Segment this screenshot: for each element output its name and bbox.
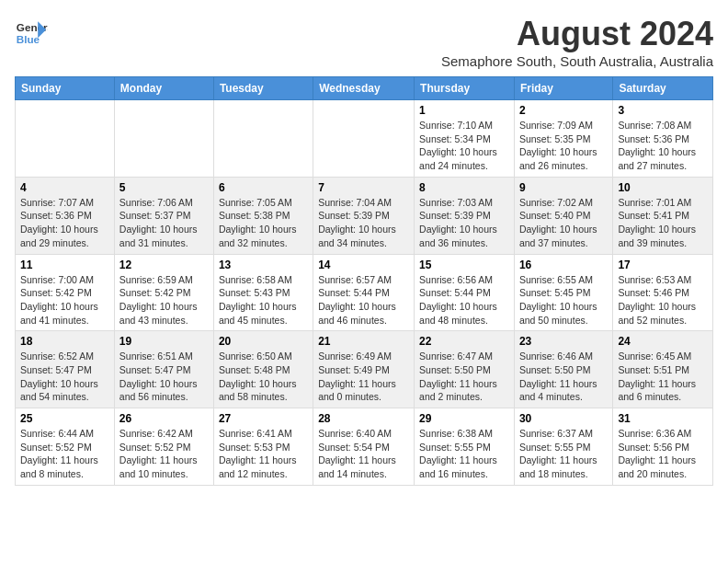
day-info: Sunrise: 6:57 AMSunset: 5:44 PMDaylight:… [318, 273, 409, 327]
calendar-cell: 27Sunrise: 6:41 AMSunset: 5:53 PMDayligh… [213, 408, 313, 486]
calendar-cell: 6Sunrise: 7:05 AMSunset: 5:38 PMDaylight… [213, 177, 313, 254]
day-number: 19 [119, 335, 209, 348]
day-info: Sunrise: 6:45 AMSunset: 5:51 PMDaylight:… [618, 350, 708, 404]
day-number: 16 [519, 259, 608, 271]
calendar-cell [16, 100, 115, 178]
weekday-header: Saturday [613, 77, 713, 100]
weekday-header: Monday [114, 77, 213, 100]
calendar-cell: 14Sunrise: 6:57 AMSunset: 5:44 PMDayligh… [313, 254, 415, 331]
day-number: 17 [618, 259, 708, 271]
calendar-week-row: 25Sunrise: 6:44 AMSunset: 5:52 PMDayligh… [16, 408, 713, 486]
day-number: 18 [20, 335, 109, 348]
calendar-cell [313, 100, 415, 178]
day-number: 26 [119, 412, 209, 425]
page-header: General Blue August 2024 Semaphore South… [15, 15, 713, 69]
calendar-cell: 17Sunrise: 6:53 AMSunset: 5:46 PMDayligh… [613, 254, 713, 331]
calendar-body: 1Sunrise: 7:10 AMSunset: 5:34 PMDaylight… [16, 100, 713, 486]
day-info: Sunrise: 6:52 AMSunset: 5:47 PMDaylight:… [20, 350, 109, 404]
calendar-cell: 4Sunrise: 7:07 AMSunset: 5:36 PMDaylight… [16, 177, 115, 254]
calendar-cell: 11Sunrise: 7:00 AMSunset: 5:42 PMDayligh… [16, 254, 115, 331]
calendar-cell: 29Sunrise: 6:38 AMSunset: 5:55 PMDayligh… [415, 408, 515, 486]
day-number: 12 [119, 259, 209, 271]
logo: General Blue [15, 15, 48, 48]
day-number: 30 [519, 412, 608, 425]
day-info: Sunrise: 7:07 AMSunset: 5:36 PMDaylight:… [20, 196, 109, 250]
day-number: 27 [219, 412, 308, 425]
day-info: Sunrise: 6:37 AMSunset: 5:55 PMDaylight:… [519, 427, 608, 481]
day-info: Sunrise: 6:47 AMSunset: 5:50 PMDaylight:… [419, 350, 509, 404]
weekday-header-row: SundayMondayTuesdayWednesdayThursdayFrid… [16, 77, 713, 100]
calendar-cell: 30Sunrise: 6:37 AMSunset: 5:55 PMDayligh… [514, 408, 612, 486]
day-info: Sunrise: 6:50 AMSunset: 5:48 PMDaylight:… [219, 350, 308, 404]
calendar-cell: 25Sunrise: 6:44 AMSunset: 5:52 PMDayligh… [16, 408, 115, 486]
logo-icon: General Blue [15, 15, 48, 48]
day-number: 15 [419, 259, 509, 271]
calendar-cell: 3Sunrise: 7:08 AMSunset: 5:36 PMDaylight… [613, 100, 713, 178]
calendar-cell: 28Sunrise: 6:40 AMSunset: 5:54 PMDayligh… [313, 408, 415, 486]
day-info: Sunrise: 7:03 AMSunset: 5:39 PMDaylight:… [419, 196, 509, 250]
day-number: 23 [519, 335, 608, 348]
calendar-cell: 2Sunrise: 7:09 AMSunset: 5:35 PMDaylight… [514, 100, 612, 178]
calendar-cell: 15Sunrise: 6:56 AMSunset: 5:44 PMDayligh… [415, 254, 515, 331]
day-info: Sunrise: 6:42 AMSunset: 5:52 PMDaylight:… [119, 427, 209, 481]
day-info: Sunrise: 6:53 AMSunset: 5:46 PMDaylight:… [618, 273, 708, 327]
day-info: Sunrise: 6:49 AMSunset: 5:49 PMDaylight:… [318, 350, 409, 404]
day-info: Sunrise: 6:55 AMSunset: 5:45 PMDaylight:… [519, 273, 608, 327]
calendar-cell: 16Sunrise: 6:55 AMSunset: 5:45 PMDayligh… [514, 254, 612, 331]
calendar-cell: 23Sunrise: 6:46 AMSunset: 5:50 PMDayligh… [514, 331, 612, 408]
day-info: Sunrise: 6:36 AMSunset: 5:56 PMDaylight:… [618, 427, 708, 481]
calendar-week-row: 4Sunrise: 7:07 AMSunset: 5:36 PMDaylight… [16, 177, 713, 254]
day-number: 13 [219, 259, 308, 271]
day-info: Sunrise: 6:41 AMSunset: 5:53 PMDaylight:… [219, 427, 308, 481]
calendar-cell: 20Sunrise: 6:50 AMSunset: 5:48 PMDayligh… [213, 331, 313, 408]
day-number: 6 [219, 181, 308, 194]
day-number: 29 [419, 412, 509, 425]
day-number: 21 [318, 335, 409, 348]
weekday-header: Tuesday [213, 77, 313, 100]
day-info: Sunrise: 6:46 AMSunset: 5:50 PMDaylight:… [519, 350, 608, 404]
day-info: Sunrise: 7:00 AMSunset: 5:42 PMDaylight:… [20, 273, 109, 327]
day-number: 22 [419, 335, 509, 348]
calendar-cell: 22Sunrise: 6:47 AMSunset: 5:50 PMDayligh… [415, 331, 515, 408]
day-info: Sunrise: 7:06 AMSunset: 5:37 PMDaylight:… [119, 196, 209, 250]
day-info: Sunrise: 6:44 AMSunset: 5:52 PMDaylight:… [20, 427, 109, 481]
day-number: 28 [318, 412, 409, 425]
calendar-cell: 13Sunrise: 6:58 AMSunset: 5:43 PMDayligh… [213, 254, 313, 331]
calendar-table: SundayMondayTuesdayWednesdayThursdayFrid… [15, 76, 713, 486]
day-number: 1 [419, 104, 509, 117]
weekday-header: Friday [514, 77, 612, 100]
day-info: Sunrise: 7:05 AMSunset: 5:38 PMDaylight:… [219, 196, 308, 250]
calendar-cell: 10Sunrise: 7:01 AMSunset: 5:41 PMDayligh… [613, 177, 713, 254]
weekday-header: Sunday [16, 77, 115, 100]
calendar-week-row: 1Sunrise: 7:10 AMSunset: 5:34 PMDaylight… [16, 100, 713, 178]
day-number: 11 [20, 259, 109, 271]
calendar-cell: 31Sunrise: 6:36 AMSunset: 5:56 PMDayligh… [613, 408, 713, 486]
day-number: 7 [318, 181, 409, 194]
calendar-cell: 19Sunrise: 6:51 AMSunset: 5:47 PMDayligh… [114, 331, 213, 408]
calendar-cell [213, 100, 313, 178]
day-number: 24 [618, 335, 708, 348]
calendar-cell: 12Sunrise: 6:59 AMSunset: 5:42 PMDayligh… [114, 254, 213, 331]
day-number: 10 [618, 181, 708, 194]
day-info: Sunrise: 7:09 AMSunset: 5:35 PMDaylight:… [519, 119, 608, 173]
day-number: 5 [119, 181, 209, 194]
day-number: 14 [318, 259, 409, 271]
day-number: 3 [618, 104, 708, 117]
day-number: 4 [20, 181, 109, 194]
day-number: 25 [20, 412, 109, 425]
title-block: August 2024 Semaphore South, South Austr… [441, 15, 713, 69]
day-number: 2 [519, 104, 608, 117]
day-info: Sunrise: 7:08 AMSunset: 5:36 PMDaylight:… [618, 119, 708, 173]
day-info: Sunrise: 6:38 AMSunset: 5:55 PMDaylight:… [419, 427, 509, 481]
calendar-cell: 5Sunrise: 7:06 AMSunset: 5:37 PMDaylight… [114, 177, 213, 254]
calendar-cell: 9Sunrise: 7:02 AMSunset: 5:40 PMDaylight… [514, 177, 612, 254]
day-info: Sunrise: 6:59 AMSunset: 5:42 PMDaylight:… [119, 273, 209, 327]
day-info: Sunrise: 7:01 AMSunset: 5:41 PMDaylight:… [618, 196, 708, 250]
day-info: Sunrise: 6:51 AMSunset: 5:47 PMDaylight:… [119, 350, 209, 404]
day-info: Sunrise: 6:40 AMSunset: 5:54 PMDaylight:… [318, 427, 409, 481]
calendar-cell: 21Sunrise: 6:49 AMSunset: 5:49 PMDayligh… [313, 331, 415, 408]
calendar-header: SundayMondayTuesdayWednesdayThursdayFrid… [16, 77, 713, 100]
day-info: Sunrise: 6:58 AMSunset: 5:43 PMDaylight:… [219, 273, 308, 327]
calendar-cell: 7Sunrise: 7:04 AMSunset: 5:39 PMDaylight… [313, 177, 415, 254]
calendar-cell: 24Sunrise: 6:45 AMSunset: 5:51 PMDayligh… [613, 331, 713, 408]
